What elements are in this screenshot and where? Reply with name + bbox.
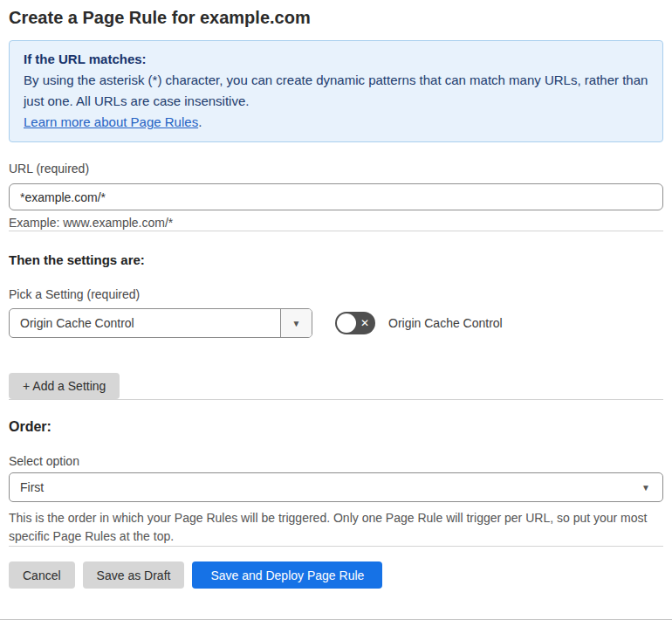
pick-setting-label: Pick a Setting (required) — [9, 287, 663, 302]
origin-cache-control-toggle[interactable]: ✕ — [335, 312, 375, 334]
learn-more-link[interactable]: Learn more about Page Rules — [24, 114, 198, 129]
url-example-helper: Example: www.example.com/* — [9, 216, 663, 231]
toggle-knob — [337, 313, 356, 333]
link-period: . — [198, 114, 202, 129]
save-as-draft-button[interactable]: Save as Draft — [83, 561, 185, 589]
order-section-heading: Order: — [9, 419, 663, 435]
url-input[interactable] — [9, 183, 663, 210]
add-setting-button[interactable]: + Add a Setting — [9, 373, 120, 399]
toggle-off-x-icon: ✕ — [360, 312, 369, 334]
section-divider — [9, 399, 663, 400]
info-box-link-line: Learn more about Page Rules. — [24, 112, 648, 133]
section-divider — [9, 546, 663, 547]
setting-row: Origin Cache Control ▼ ✕ Origin Cache Co… — [9, 308, 663, 338]
setting-dropdown-value: Origin Cache Control — [10, 309, 280, 337]
order-select-value: First — [20, 480, 641, 494]
info-box-body: By using the asterisk (*) character, you… — [24, 70, 648, 112]
footer-actions: Cancel Save as Draft Save and Deploy Pag… — [9, 561, 663, 589]
order-select-label: Select option — [9, 454, 663, 469]
setting-dropdown[interactable]: Origin Cache Control ▼ — [9, 308, 312, 338]
toggle-label: Origin Cache Control — [388, 316, 503, 330]
order-helper-text: This is the order in which your Page Rul… — [9, 509, 663, 546]
order-select[interactable]: First ▼ — [9, 472, 663, 502]
info-box-heading: If the URL matches: — [24, 49, 648, 70]
url-match-info-box: If the URL matches: By using the asteris… — [9, 40, 663, 142]
create-page-rule-form: Create a Page Rule for example.com If th… — [0, 0, 672, 620]
url-field-label: URL (required) — [9, 162, 663, 176]
setting-dropdown-arrow-button[interactable]: ▼ — [280, 309, 312, 337]
save-and-deploy-button[interactable]: Save and Deploy Page Rule — [192, 561, 382, 589]
cancel-button[interactable]: Cancel — [9, 561, 75, 589]
chevron-down-icon: ▼ — [292, 319, 301, 328]
settings-section-heading: Then the settings are: — [9, 252, 663, 268]
chevron-down-icon: ▼ — [641, 483, 650, 493]
page-title: Create a Page Rule for example.com — [9, 7, 663, 28]
section-divider — [9, 231, 663, 231]
